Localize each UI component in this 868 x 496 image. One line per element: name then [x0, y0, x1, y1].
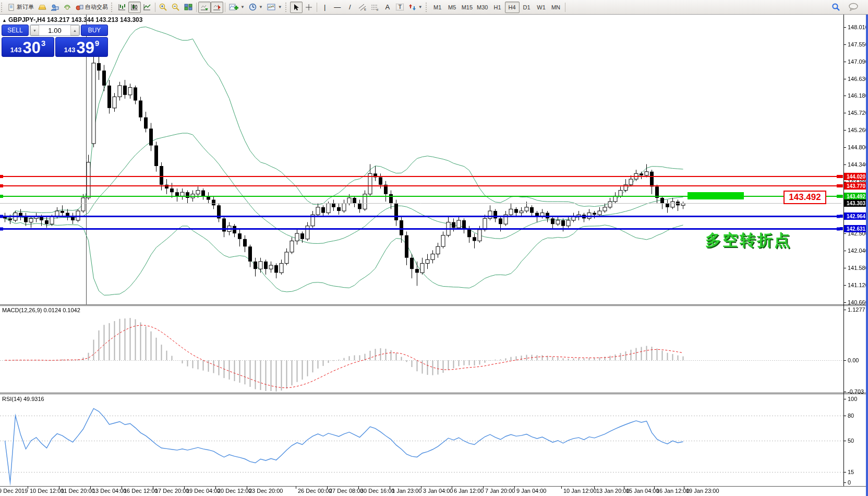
toolbar-grip: [1, 3, 5, 12]
dropdown-arrow-icon: ▼: [418, 5, 423, 9]
rsi-indicator-label: RSI(14) 49.9316: [2, 396, 44, 402]
tf-button-M5[interactable]: M5: [445, 2, 460, 13]
chart-shift-button[interactable]: [211, 2, 223, 13]
new-order-icon: [8, 4, 15, 11]
auto-scroll-icon: [200, 3, 209, 11]
tf-button-MN[interactable]: MN: [549, 2, 563, 13]
template-icon: [267, 3, 276, 11]
vertical-line-tool-button[interactable]: |: [319, 2, 331, 13]
line-chart-button[interactable]: [141, 2, 153, 13]
sell-price-sup: 3: [41, 39, 45, 48]
candlestick-chart-button[interactable]: [128, 2, 141, 13]
toolbar-separator: [155, 3, 155, 12]
chat-bubble-icon: [849, 3, 859, 11]
tf-button-H1[interactable]: H1: [490, 2, 505, 13]
templates-button[interactable]: ▼: [265, 2, 284, 13]
zoom-out-button[interactable]: [170, 2, 182, 13]
market-button[interactable]: [36, 2, 49, 13]
sell-price-prefix: 143: [10, 46, 22, 54]
buy-button[interactable]: BUY: [81, 25, 108, 36]
volume-stepper: ▼ 1.00 ▲: [30, 25, 80, 36]
svg-text:E: E: [364, 8, 366, 11]
horizontal-line-icon: —: [334, 4, 341, 10]
candlestick-chart-icon: [130, 3, 139, 11]
tf-button-W1[interactable]: W1: [534, 2, 549, 13]
macd-indicator-label: MACD(12,26,9) 0.0124 0.1042: [2, 307, 80, 313]
fibonacci-tool-button[interactable]: F: [369, 2, 381, 13]
cursor-tool-button[interactable]: [290, 2, 303, 13]
trendline-tool-button[interactable]: /: [344, 2, 356, 13]
chart-shift-icon: [213, 3, 221, 11]
profile-icon: [51, 4, 59, 11]
cursor-icon: [293, 4, 299, 11]
tf-button-M15[interactable]: M15: [460, 2, 475, 13]
new-order-button[interactable]: 新订单: [6, 2, 36, 13]
volume-input[interactable]: 1.00: [39, 25, 70, 36]
channel-tool-button[interactable]: E: [356, 2, 369, 13]
sell-button[interactable]: SELL: [2, 25, 29, 36]
auto-trading-label: 自动交易: [85, 3, 108, 11]
search-button[interactable]: [829, 1, 842, 13]
buy-price-sup: 9: [95, 39, 99, 48]
toolbar-separator: [317, 3, 317, 12]
crosshair-icon: [305, 4, 312, 11]
tf-button-M1[interactable]: M1: [430, 2, 445, 13]
clock-icon: [249, 3, 257, 11]
volume-decrease-button[interactable]: ▼: [30, 25, 39, 36]
sell-price-big: 30: [22, 40, 40, 56]
tile-windows-button[interactable]: [182, 2, 195, 13]
new-order-label: 新订单: [17, 3, 34, 11]
sell-price-display[interactable]: 143303: [2, 37, 54, 57]
bar-chart-button[interactable]: [116, 2, 128, 13]
periods-button[interactable]: ▼: [247, 2, 265, 13]
trendline-icon: /: [349, 4, 351, 10]
cjk-annotation-text[interactable]: 多空转折点: [705, 230, 791, 251]
tf-button-H4[interactable]: H4: [505, 2, 520, 13]
toolbar-separator: [225, 3, 225, 12]
toolbar-right-icons: [829, 1, 861, 13]
search-icon: [831, 3, 840, 11]
zoom-in-button[interactable]: [157, 2, 170, 13]
auto-trading-button[interactable]: 自动交易: [74, 2, 110, 13]
tile-windows-icon: [184, 3, 192, 11]
toolbar-separator: [565, 3, 565, 12]
collapse-triangle-icon[interactable]: ▲: [2, 18, 7, 23]
crosshair-tool-button[interactable]: [303, 2, 315, 13]
fibonacci-icon: F: [371, 4, 379, 11]
symbol-ohlc-text: GBPJPY-,H4 143.217 143.344 143.213 143.3…: [8, 16, 143, 23]
symbol-info: ▲GBPJPY-,H4 143.217 143.344 143.213 143.…: [2, 16, 142, 23]
signal-button[interactable]: [61, 2, 74, 13]
add-indicator-icon: [229, 3, 238, 11]
zoom-in-icon: [159, 3, 167, 11]
volume-increase-button[interactable]: ▲: [70, 25, 79, 36]
buy-price-big: 39: [76, 40, 94, 56]
arrows-tool-button[interactable]: ▼: [406, 2, 425, 13]
channel-icon: E: [358, 4, 367, 11]
dropdown-arrow-icon: ▼: [259, 5, 263, 9]
tf-button-D1[interactable]: D1: [520, 2, 534, 13]
toolbar-grip: [285, 3, 289, 12]
text-label-icon: T: [396, 4, 404, 10]
line-chart-icon: [143, 3, 151, 11]
vertical-line-icon: |: [324, 4, 326, 10]
arrows-icon: [408, 4, 416, 11]
one-click-trading-panel: SELL ▼ 1.00 ▲ BUY 143303 143399: [2, 25, 108, 57]
tf-button-M30[interactable]: M30: [475, 2, 490, 13]
toolbar-grip: [111, 3, 115, 12]
auto-scroll-button[interactable]: [198, 2, 211, 13]
svg-text:F: F: [377, 8, 379, 11]
price-annotation-box[interactable]: 143.492: [783, 191, 826, 204]
gold-ingot-icon: [38, 4, 46, 11]
toolbar-separator: [196, 3, 197, 12]
dropdown-arrow-icon: ▼: [278, 5, 282, 9]
buy-price-display[interactable]: 143399: [55, 37, 108, 57]
text-tool-button[interactable]: A: [381, 2, 394, 13]
chat-button[interactable]: [847, 1, 861, 13]
text-label-tool-button[interactable]: T: [394, 2, 406, 13]
add-indicator-button[interactable]: ▼: [227, 2, 247, 13]
horizontal-line-tool-button[interactable]: —: [331, 2, 344, 13]
zoom-out-icon: [172, 3, 180, 11]
mt4-window: 新订单 自动交易: [0, 0, 868, 496]
timeframe-toolbar: M1M5M15M30H1H4D1W1MN: [430, 2, 563, 13]
profile-button[interactable]: [49, 2, 61, 13]
